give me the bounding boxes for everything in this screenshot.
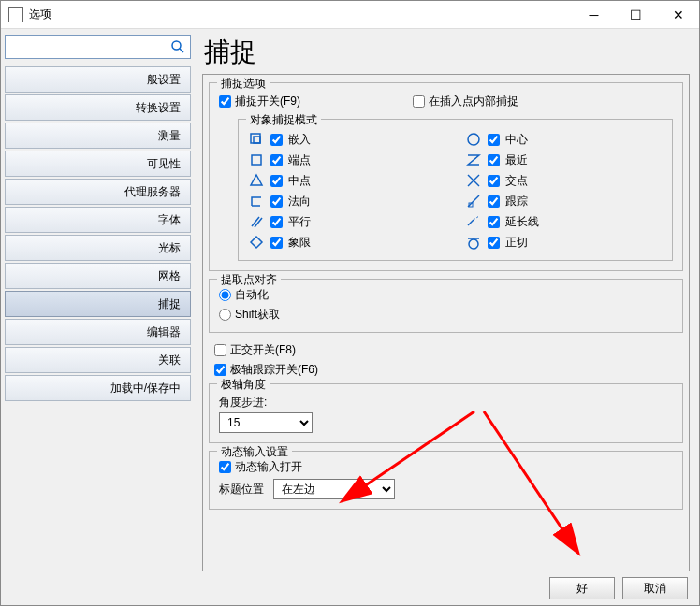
snap-mode-tangent[interactable]: 正切: [465, 234, 664, 251]
midpoint-icon: [248, 172, 265, 189]
angle-step-label: 角度步进:: [219, 395, 267, 411]
snap-mode-track[interactable]: 跟踪: [465, 193, 664, 209]
svg-rect-2: [251, 134, 260, 143]
search-input[interactable]: [5, 35, 191, 59]
endpoint-icon: [248, 152, 265, 168]
snap-mode-normal[interactable]: 法向: [248, 193, 446, 209]
sidebar-item-convert[interactable]: 转换设置: [5, 94, 191, 121]
polar-track-checkbox[interactable]: 极轴跟踪开关(F6): [214, 362, 678, 378]
snap-mode-intersect[interactable]: 交点: [465, 172, 664, 189]
group-legend: 捕捉选项: [217, 76, 270, 92]
intersect-icon: [465, 172, 482, 189]
snap-mode-nearest[interactable]: 最近: [465, 152, 664, 168]
svg-rect-5: [252, 155, 261, 165]
content-panel: 捕捉选项 捕捉开关(F9) 在插入点内部捕捉 对象捕捉模式 嵌入中心端点最近中点…: [202, 74, 690, 571]
track-icon: [465, 193, 482, 209]
svg-point-15: [469, 239, 478, 249]
sidebar-item-grid[interactable]: 网格: [5, 263, 191, 289]
sidebar-item-snap[interactable]: 捕捉: [5, 291, 191, 317]
group-snap-modes: 对象捕捉模式 嵌入中心端点最近中点交点法向跟踪平行延长线象限正切: [238, 119, 673, 261]
align-auto-radio[interactable]: 自动化: [219, 287, 673, 303]
snap-mode-quadrant[interactable]: 象限: [248, 234, 446, 251]
sidebar: 一般设置 转换设置 测量 可见性 代理服务器 字体 光标 网格 捕捉 编辑器 关…: [1, 29, 195, 571]
quadrant-icon: [248, 234, 265, 251]
snap-mode-extension[interactable]: 延长线: [465, 213, 664, 230]
angle-step-select[interactable]: 15: [219, 412, 313, 433]
title-position-label: 标题位置: [219, 482, 264, 498]
group-legend: 对象捕捉模式: [246, 112, 321, 128]
group-dynamic-input: 动态输入设置 动态输入打开 标题位置 在左边: [209, 451, 683, 510]
maximize-button[interactable]: ☐: [615, 1, 657, 29]
dynamic-input-checkbox[interactable]: 动态输入打开: [219, 459, 673, 475]
align-shift-radio[interactable]: Shift获取: [219, 307, 673, 323]
svg-line-11: [252, 217, 259, 226]
nearest-icon: [465, 152, 482, 168]
svg-line-13: [468, 220, 474, 225]
minimize-button[interactable]: ─: [573, 1, 615, 29]
title-position-select[interactable]: 在左边: [273, 479, 395, 499]
close-button[interactable]: ✕: [657, 1, 699, 29]
svg-point-4: [468, 134, 479, 145]
snap-mode-center[interactable]: 中心: [465, 131, 664, 148]
group-align: 提取点对齐 自动化 Shift获取: [209, 279, 683, 333]
sidebar-item-measure[interactable]: 测量: [5, 123, 191, 149]
snap-mode-endpoint[interactable]: 端点: [248, 152, 446, 168]
sidebar-item-link[interactable]: 关联: [5, 347, 191, 373]
cancel-button[interactable]: 取消: [622, 577, 688, 599]
ok-button[interactable]: 好: [549, 577, 615, 599]
svg-line-1: [180, 49, 183, 52]
page-title: 捕捉: [204, 35, 690, 70]
search-icon[interactable]: [170, 39, 185, 54]
ortho-checkbox[interactable]: 正交开关(F8): [214, 342, 678, 358]
insert-inside-checkbox[interactable]: 在插入点内部捕捉: [413, 94, 518, 109]
parallel-icon: [248, 213, 265, 230]
snap-mode-midpoint[interactable]: 中点: [248, 172, 446, 189]
sidebar-item-proxy[interactable]: 代理服务器: [5, 179, 191, 205]
app-icon: [8, 7, 23, 22]
group-polar-angle: 极轴角度 角度步进: 15: [209, 383, 683, 443]
normal-icon: [248, 193, 265, 209]
window-title: 选项: [29, 7, 573, 22]
svg-point-0: [172, 41, 181, 50]
snap-toggle-checkbox[interactable]: 捕捉开关(F9): [219, 94, 300, 109]
sidebar-item-editor[interactable]: 编辑器: [5, 319, 191, 345]
svg-line-9: [468, 195, 479, 207]
svg-rect-3: [254, 137, 260, 143]
titlebar: 选项 ─ ☐ ✕: [1, 1, 699, 29]
sidebar-item-font[interactable]: 字体: [5, 207, 191, 233]
group-snap-options: 捕捉选项 捕捉开关(F9) 在插入点内部捕捉 对象捕捉模式 嵌入中心端点最近中点…: [209, 82, 683, 271]
tangent-icon: [465, 234, 482, 251]
sidebar-item-general[interactable]: 一般设置: [5, 66, 191, 93]
center-icon: [465, 131, 482, 148]
svg-line-12: [255, 218, 262, 227]
svg-line-14: [474, 216, 479, 220]
nested-icon: [248, 131, 265, 148]
sidebar-item-cursor[interactable]: 光标: [5, 235, 191, 261]
sidebar-item-visibility[interactable]: 可见性: [5, 151, 191, 177]
snap-mode-nested[interactable]: 嵌入: [248, 131, 446, 148]
snap-mode-parallel[interactable]: 平行: [248, 213, 446, 230]
sidebar-item-load-save[interactable]: 加载中/保存中: [5, 375, 191, 401]
extension-icon: [465, 213, 482, 230]
